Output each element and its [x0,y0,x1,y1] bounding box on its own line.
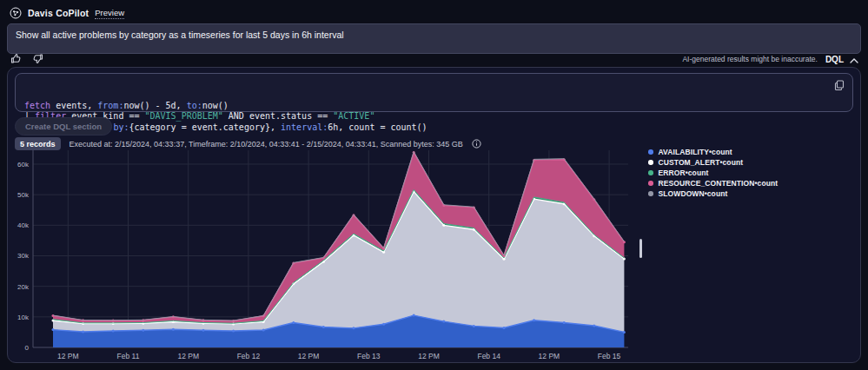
svg-text:12 PM: 12 PM [57,352,79,360]
svg-text:50k: 50k [17,191,30,199]
svg-text:0: 0 [25,344,30,352]
legend-label: ERROR•count [659,168,709,177]
dql-toggle-label: DQL [825,55,844,64]
preview-badge[interactable]: Preview [95,8,124,19]
code-line: fetch events, from:now() - 5d, to:now() [24,101,823,112]
legend-label: CUSTOM_ALERT•count [659,158,744,167]
feedback-buttons [10,53,43,64]
svg-text:Feb 11: Feb 11 [117,352,140,360]
svg-text:12 PM: 12 PM [418,352,440,360]
svg-text:20k: 20k [17,283,30,291]
dql-section-toggle[interactable]: DQL [825,51,858,67]
app-header: Davis CoPilot Preview [0,0,868,21]
code-line: | makeTimeseries by:{category = event.ca… [24,122,823,134]
legend-dot [648,149,653,155]
chart-scrollbar-thumb[interactable] [639,239,642,258]
timeseries-chart[interactable]: 010k20k30k40k50k60k12 PMFeb 1112 PMFeb 1… [8,144,646,363]
legend-dot [648,191,653,196]
copy-icon[interactable] [815,80,845,91]
legend-item[interactable]: AVAILABILITY•count [648,148,778,156]
thumbs-down-button[interactable] [32,53,43,64]
create-dql-section-button[interactable]: Create DQL section [15,117,112,135]
svg-text:Feb 13: Feb 13 [357,352,381,360]
dql-code-block: fetch events, from:now() - 5d, to:now()|… [15,73,853,112]
legend-dot [648,181,653,186]
prompt-input[interactable]: Show all active problems by category as … [7,23,861,54]
thumbs-up-button[interactable] [10,53,22,64]
chart-legend: AVAILABILITY•countCUSTOM_ALERT•countERRO… [648,148,778,198]
legend-dot [648,170,653,175]
ai-disclaimer-text: AI-generated results might be inaccurate… [682,55,817,63]
chevron-up-icon [850,51,858,67]
code-line: | filter event.kind == "DAVIS_PROBLEM" A… [24,111,823,122]
legend-item[interactable]: CUSTOM_ALERT•count [648,158,778,167]
legend-dot [648,160,653,165]
svg-text:12 PM: 12 PM [539,352,560,360]
legend-item[interactable]: RESOURCE_CONTENTION•count [648,179,778,188]
svg-text:12 PM: 12 PM [298,352,320,360]
svg-text:40k: 40k [17,221,30,229]
timeseries-chart-svg: 010k20k30k40k50k60k12 PMFeb 1112 PMFeb 1… [8,144,646,363]
davis-copilot-icon [10,7,22,19]
legend-label: RESOURCE_CONTENTION•count [659,179,779,188]
svg-text:Feb 14: Feb 14 [477,352,500,360]
svg-text:30k: 30k [17,252,30,260]
legend-label: AVAILABILITY•count [659,148,732,156]
page-title: Davis CoPilot [28,8,89,18]
svg-text:12 PM: 12 PM [177,352,199,360]
svg-text:Feb 12: Feb 12 [237,352,261,360]
legend-label: SLOWDOWN•count [659,189,728,198]
svg-text:60k: 60k [17,161,30,168]
legend-item[interactable]: ERROR•count [648,168,778,177]
dql-result-panel: fetch events, from:now() - 5d, to:now()|… [7,67,861,363]
svg-text:10k: 10k [17,314,30,321]
dql-code: fetch events, from:now() - 5d, to:now()|… [24,101,823,134]
legend-item[interactable]: SLOWDOWN•count [648,189,778,198]
svg-text:Feb 15: Feb 15 [598,352,621,360]
